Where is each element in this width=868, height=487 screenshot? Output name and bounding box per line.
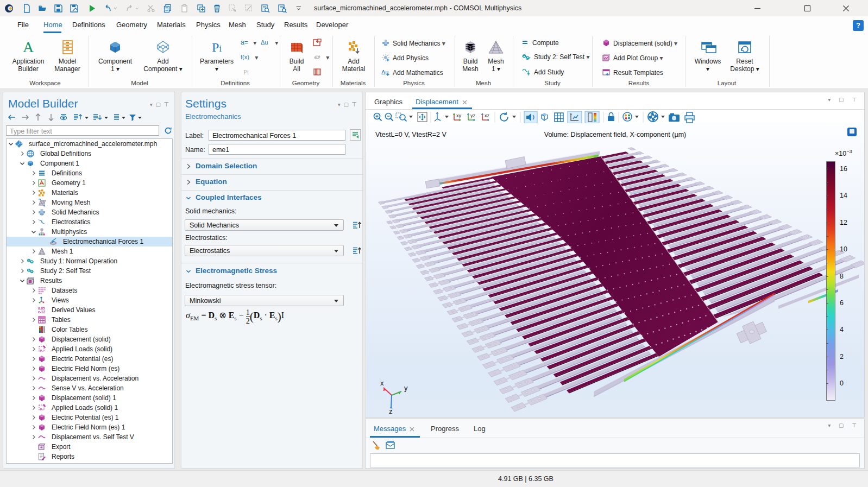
svg-text:y: y <box>404 384 408 392</box>
svg-text:Pi: Pi <box>212 40 222 54</box>
svg-text:A: A <box>23 39 34 55</box>
svg-text:xy: xy <box>456 113 462 118</box>
svg-text:a=: a= <box>241 39 248 46</box>
svg-text:x: x <box>380 379 384 387</box>
svg-text:8.85: 8.85 <box>38 306 45 310</box>
svg-text:z: z <box>389 407 393 415</box>
svg-text:e-12: e-12 <box>38 310 45 314</box>
svg-text:yz: yz <box>470 113 476 118</box>
svg-text:Pi: Pi <box>243 68 249 76</box>
svg-text:f(x): f(x) <box>241 54 249 60</box>
svg-text:xz: xz <box>485 113 490 118</box>
svg-text:Δu: Δu <box>261 39 268 46</box>
